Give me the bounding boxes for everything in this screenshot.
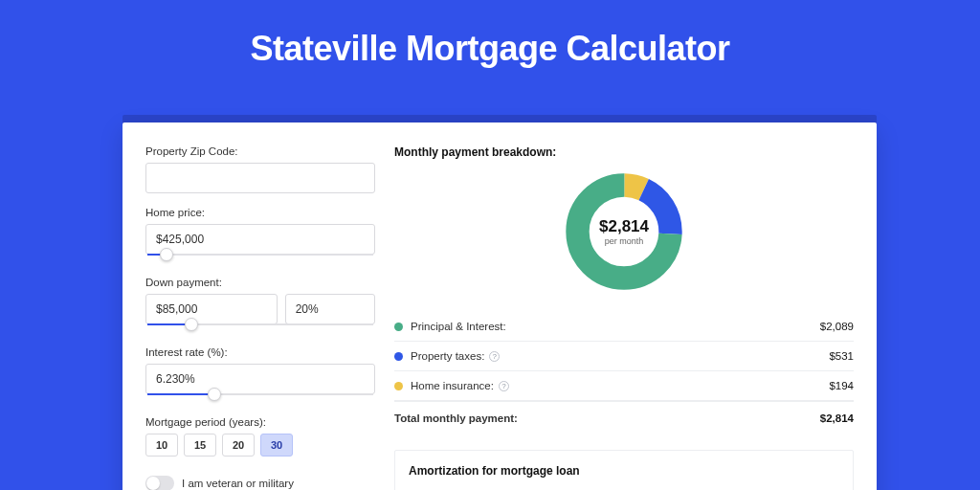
breakdown-legend: Principal & Interest: $2,089 Property ta… [394, 312, 854, 433]
help-icon[interactable]: ? [489, 351, 500, 362]
interest-rate-label: Interest rate (%): [145, 346, 375, 358]
veteran-toggle-label: I am veteran or military [182, 478, 294, 489]
home-price-label: Home price: [145, 207, 375, 218]
legend-label-taxes: Property taxes: [411, 350, 484, 362]
donut-center-amount: $2,814 [599, 217, 649, 236]
home-price-slider[interactable] [145, 254, 375, 263]
breakdown-column: Monthly payment breakdown: $2,814 per mo… [394, 145, 854, 490]
legend-label-principal: Principal & Interest: [411, 321, 506, 332]
amortization-title: Amortization for mortgage loan [409, 464, 839, 478]
legend-label-insurance: Home insurance: [411, 380, 494, 391]
donut-chart: $2,814 per month [563, 170, 685, 293]
zip-label: Property Zip Code: [145, 145, 375, 157]
legend-row-principal: Principal & Interest: $2,089 [394, 312, 854, 342]
legend-row-insurance: Home insurance: ? $194 [394, 371, 854, 401]
legend-value-taxes: $531 [829, 350, 854, 362]
legend-dot-insurance [394, 382, 403, 390]
form-column: Property Zip Code: Home price: Down paym… [145, 145, 375, 490]
period-option-15[interactable]: 15 [184, 434, 216, 457]
home-price-slider-thumb[interactable] [160, 248, 173, 261]
legend-value-total: $2,814 [820, 412, 854, 424]
veteran-toggle[interactable] [145, 476, 174, 490]
legend-dot-principal [394, 323, 403, 331]
breakdown-title: Monthly payment breakdown: [394, 145, 854, 159]
down-payment-slider-thumb[interactable] [185, 318, 198, 331]
interest-rate-slider[interactable] [145, 393, 375, 403]
home-price-input[interactable] [145, 224, 375, 255]
amortization-box: Amortization for mortgage loan Amortizat… [394, 450, 854, 490]
zip-input[interactable] [145, 163, 375, 193]
mortgage-period-field: Mortgage period (years): 10 15 20 30 [145, 416, 375, 457]
period-option-30[interactable]: 30 [260, 434, 293, 457]
interest-rate-field: Interest rate (%): [145, 346, 375, 403]
legend-row-taxes: Property taxes: ? $531 [394, 342, 854, 371]
help-icon[interactable]: ? [499, 381, 509, 391]
donut-center: $2,814 per month [563, 170, 685, 293]
interest-rate-slider-thumb[interactable] [208, 388, 221, 401]
legend-value-insurance: $194 [829, 380, 854, 391]
mortgage-period-label: Mortgage period (years): [145, 416, 375, 428]
calculator-card: Property Zip Code: Home price: Down paym… [122, 122, 877, 490]
mortgage-period-options: 10 15 20 30 [145, 434, 375, 457]
legend-dot-taxes [394, 352, 403, 361]
zip-field: Property Zip Code: [145, 145, 375, 193]
down-payment-amount-input[interactable] [145, 294, 278, 324]
period-option-20[interactable]: 20 [222, 434, 255, 457]
period-option-10[interactable]: 10 [145, 434, 178, 457]
legend-row-total: Total monthly payment: $2,814 [394, 401, 854, 433]
down-payment-percent-input[interactable] [285, 294, 375, 324]
legend-value-principal: $2,089 [820, 321, 854, 332]
donut-center-sub: per month [605, 236, 644, 246]
legend-label-total: Total monthly payment: [394, 412, 518, 424]
down-payment-slider[interactable] [145, 323, 375, 333]
donut-chart-area: $2,814 per month [394, 170, 854, 293]
interest-rate-input[interactable] [145, 364, 375, 394]
interest-rate-slider-fill [147, 393, 216, 395]
veteran-toggle-row: I am veteran or military [145, 476, 375, 490]
page-title: Stateville Mortgage Calculator [0, 29, 980, 69]
down-payment-field: Down payment: [145, 277, 375, 333]
down-payment-label: Down payment: [145, 277, 375, 288]
veteran-toggle-knob [146, 477, 160, 490]
home-price-field: Home price: [145, 207, 375, 263]
